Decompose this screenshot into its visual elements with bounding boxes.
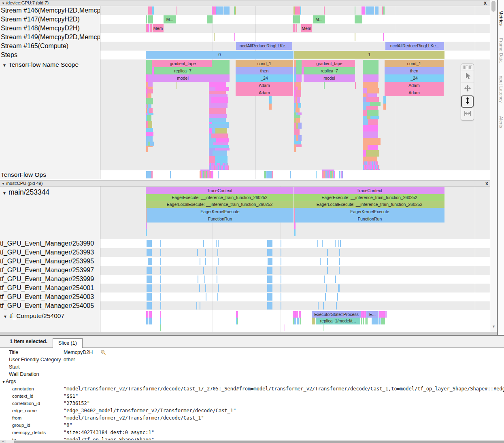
trace-block[interactable] xyxy=(296,82,301,87)
trace-block[interactable] xyxy=(215,148,230,150)
trace-block[interactable] xyxy=(281,258,281,265)
trace-block[interactable] xyxy=(160,318,161,324)
trace-block[interactable]: replica_7 xyxy=(154,67,212,74)
trace-block[interactable] xyxy=(296,311,298,318)
trace-block[interactable] xyxy=(160,293,161,301)
trace-block[interactable] xyxy=(338,284,340,292)
trace-block[interactable] xyxy=(379,169,380,170)
trace-block[interactable] xyxy=(200,302,200,309)
trace-block[interactable] xyxy=(361,318,362,324)
trace-block[interactable] xyxy=(147,302,152,309)
trace-block[interactable] xyxy=(204,276,205,283)
scroll-left-arrow-icon[interactable]: ◄ xyxy=(0,440,6,443)
trace-block[interactable] xyxy=(322,240,323,247)
trace-block[interactable] xyxy=(146,229,147,236)
trace-block[interactable] xyxy=(148,24,149,32)
trace-block[interactable]: Adam xyxy=(385,82,444,89)
cpu-panel-close-button[interactable]: X xyxy=(485,181,488,187)
trace-block[interactable] xyxy=(148,93,151,98)
trace-block[interactable]: EagerKernelExecute xyxy=(147,208,293,215)
trace-block[interactable] xyxy=(326,284,327,292)
trace-block[interactable] xyxy=(363,60,379,67)
trace-block[interactable]: M... xyxy=(164,15,176,23)
trace-block[interactable] xyxy=(296,74,302,82)
trace-block[interactable] xyxy=(160,324,161,331)
trace-block[interactable] xyxy=(146,223,147,229)
trace-block[interactable] xyxy=(160,302,161,309)
trace-block[interactable] xyxy=(281,293,281,301)
trace-block[interactable] xyxy=(209,128,212,134)
trace-block[interactable] xyxy=(363,93,366,97)
trace-block[interactable] xyxy=(281,249,281,256)
trace-block[interactable] xyxy=(363,131,378,138)
trace-block[interactable] xyxy=(216,138,229,142)
trace-block[interactable] xyxy=(381,318,385,324)
trace-block[interactable] xyxy=(209,87,215,91)
trace-block[interactable] xyxy=(383,6,385,15)
trace-block[interactable] xyxy=(269,104,272,110)
trace-block[interactable] xyxy=(293,24,295,32)
collapse-arrow-icon[interactable]: ▼ xyxy=(3,314,7,319)
trace-block[interactable] xyxy=(148,89,153,93)
trace-block[interactable] xyxy=(218,240,219,247)
trace-block[interactable] xyxy=(209,148,215,150)
trace-block[interactable] xyxy=(268,258,272,265)
trace-block[interactable]: gradient_tape xyxy=(154,60,212,67)
trace-block[interactable] xyxy=(212,74,230,82)
trace-block[interactable]: EagerLocalExecute: __inference_train_fun… xyxy=(146,201,293,208)
trace-block[interactable] xyxy=(293,311,296,318)
trace-block[interactable] xyxy=(363,119,368,125)
trace-block[interactable] xyxy=(379,318,381,324)
trace-block[interactable] xyxy=(294,223,296,229)
trace-block[interactable] xyxy=(199,284,200,292)
trace-block[interactable] xyxy=(217,276,217,283)
trace-block[interactable] xyxy=(338,240,339,247)
trace-block[interactable] xyxy=(217,249,218,256)
trace-block[interactable] xyxy=(267,293,272,301)
trace-block[interactable] xyxy=(211,134,217,138)
trace-block[interactable] xyxy=(324,82,325,89)
trace-block[interactable] xyxy=(152,6,154,15)
trace-block[interactable] xyxy=(363,318,364,324)
trace-block[interactable] xyxy=(266,171,272,178)
trace-block[interactable] xyxy=(147,249,152,256)
trace-block[interactable] xyxy=(294,147,296,152)
selection-tool-button[interactable] xyxy=(461,70,474,83)
trace-block[interactable] xyxy=(160,240,161,247)
trace-block[interactable] xyxy=(294,115,300,118)
trace-block[interactable] xyxy=(236,311,238,318)
trace-block[interactable] xyxy=(335,276,336,283)
trace-block[interactable] xyxy=(363,110,367,116)
collapse-arrow-icon[interactable]: ▼ xyxy=(2,191,6,195)
trace-block[interactable] xyxy=(336,302,337,309)
trace-block[interactable] xyxy=(298,135,302,141)
palette-grip-handle[interactable] xyxy=(463,66,472,69)
args-section-header[interactable]: ▼Args xyxy=(2,378,16,385)
trace-block[interactable] xyxy=(320,258,321,265)
trace-block[interactable] xyxy=(281,284,281,292)
trace-block[interactable] xyxy=(364,311,366,318)
trace-block[interactable] xyxy=(209,145,229,148)
trace-block[interactable] xyxy=(363,150,366,157)
trace-block[interactable] xyxy=(149,108,153,113)
trace-block[interactable] xyxy=(267,267,272,274)
trace-block[interactable] xyxy=(297,318,299,324)
trace-block[interactable] xyxy=(370,102,381,106)
trace-block[interactable] xyxy=(363,88,367,93)
trace-block[interactable] xyxy=(160,249,161,256)
trace-block[interactable] xyxy=(212,67,230,74)
trace-block[interactable] xyxy=(324,276,325,283)
trace-block[interactable] xyxy=(363,97,366,102)
trace-block[interactable] xyxy=(363,145,368,150)
trace-block[interactable] xyxy=(216,97,228,103)
trace-block[interactable] xyxy=(146,128,153,132)
trace-block[interactable] xyxy=(267,276,272,283)
trace-block[interactable] xyxy=(176,82,177,89)
trace-block[interactable] xyxy=(297,97,300,103)
trace-block[interactable] xyxy=(209,91,226,94)
trace-block[interactable] xyxy=(293,15,294,23)
trace-block[interactable] xyxy=(146,318,148,324)
trace-block[interactable] xyxy=(355,82,356,89)
trace-block[interactable] xyxy=(299,311,301,318)
trace-block[interactable] xyxy=(363,74,379,82)
